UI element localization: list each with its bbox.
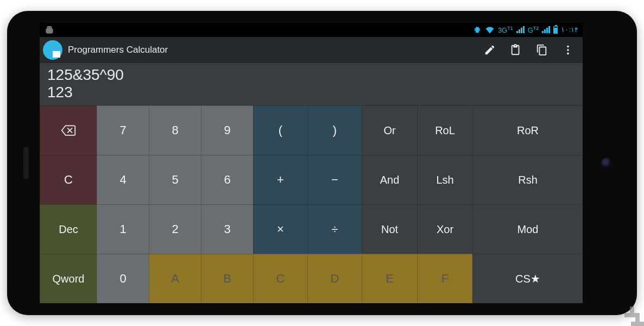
key-minus[interactable]: −	[307, 155, 362, 204]
svg-point-4	[567, 53, 569, 55]
pencil-icon[interactable]	[484, 44, 496, 56]
key-not[interactable]: Not	[362, 204, 417, 254]
clipboard-icon[interactable]	[510, 44, 522, 56]
clear-key[interactable]: C	[40, 155, 97, 204]
key-mul[interactable]: ×	[253, 204, 307, 254]
android-debug-icon	[44, 26, 55, 34]
screen: 3GT1 GT2 ١٠:١۴ Programmers Calculator 12…	[40, 23, 583, 303]
app-icon[interactable]	[43, 40, 62, 60]
key-plus[interactable]: +	[253, 155, 307, 204]
svg-point-0	[48, 27, 49, 28]
action-bar: Programmers Calculator	[40, 37, 583, 63]
battery-icon	[553, 26, 558, 34]
watermark	[624, 306, 644, 326]
word-size-key[interactable]: Qword	[40, 254, 97, 303]
key-ror[interactable]: RoR	[472, 105, 583, 155]
calc-display[interactable]: 125&35^90 123	[40, 63, 583, 105]
key-rparen[interactable]: )	[307, 105, 362, 155]
key-6[interactable]: 6	[201, 155, 253, 204]
network2-label: GT2	[528, 26, 539, 34]
key-rsh[interactable]: Rsh	[472, 155, 583, 204]
keypad: 7 8 9 ( ) Or RoL RoR C 4 5 6 + − And Lsh…	[40, 105, 583, 303]
copy-icon[interactable]	[536, 44, 548, 56]
expression-line: 125&35^90	[47, 66, 575, 84]
backspace-key[interactable]	[40, 105, 97, 155]
key-xor[interactable]: Xor	[417, 204, 472, 254]
wifi-icon	[485, 26, 495, 34]
key-lsh[interactable]: Lsh	[417, 155, 472, 204]
key-mod[interactable]: Mod	[472, 204, 583, 254]
key-lparen[interactable]: (	[253, 105, 307, 155]
key-1[interactable]: 1	[97, 204, 149, 254]
vibrate-icon	[473, 26, 482, 34]
result-line: 123	[47, 84, 575, 101]
key-c[interactable]: C	[253, 254, 307, 303]
network1-label: 3GT1	[498, 26, 513, 34]
app-title: Programmers Calculator	[68, 45, 168, 55]
key-9[interactable]: 9	[201, 105, 253, 155]
key-b[interactable]: B	[201, 254, 253, 303]
key-a[interactable]: A	[149, 254, 201, 303]
svg-point-2	[567, 46, 569, 48]
svg-point-3	[567, 49, 569, 51]
device-camera	[601, 158, 612, 168]
key-2[interactable]: 2	[149, 204, 201, 254]
key-rol[interactable]: RoL	[417, 105, 472, 155]
key-div[interactable]: ÷	[307, 204, 362, 254]
base-mode-key[interactable]: Dec	[40, 204, 97, 254]
status-bar: 3GT1 GT2 ١٠:١۴	[40, 23, 583, 37]
key-4[interactable]: 4	[97, 155, 149, 204]
key-cs[interactable]: CS★	[472, 254, 583, 303]
signal1-icon	[516, 26, 525, 33]
key-or[interactable]: Or	[362, 105, 417, 155]
overflow-icon[interactable]	[562, 44, 574, 56]
key-d[interactable]: D	[307, 254, 362, 303]
key-3[interactable]: 3	[201, 204, 253, 254]
key-and[interactable]: And	[362, 155, 417, 204]
device-speaker	[23, 147, 29, 179]
key-f[interactable]: F	[417, 254, 472, 303]
key-0[interactable]: 0	[97, 254, 149, 303]
svg-point-1	[50, 27, 52, 28]
backspace-icon	[61, 124, 76, 136]
key-e[interactable]: E	[362, 254, 417, 303]
signal2-icon	[542, 26, 550, 33]
key-5[interactable]: 5	[149, 155, 201, 204]
key-7[interactable]: 7	[97, 105, 149, 155]
clock: ١٠:١۴	[561, 26, 578, 34]
key-8[interactable]: 8	[149, 105, 201, 155]
